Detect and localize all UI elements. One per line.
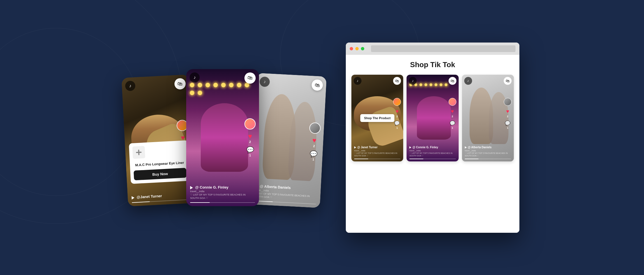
mini-card-1-actions: ♥ 2 💬 1 — [393, 98, 401, 129]
like-count-card3: 2 — [313, 144, 315, 147]
username-card2: @ Connie G. Finley — [195, 185, 228, 189]
mini-comment-icon-2[interactable]: 💬 — [450, 121, 455, 126]
phone-card-1: ♪ 🛍 ♥ 2 💬 1 — [122, 74, 195, 206]
mini-play-2[interactable] — [409, 146, 411, 149]
mini-light-8 — [445, 83, 447, 86]
mini-light-5 — [430, 83, 432, 86]
mini-avatar-3 — [504, 98, 512, 106]
progress-fill-card1 — [132, 201, 150, 203]
comment-section-card3[interactable]: 💬 1 — [309, 151, 318, 161]
mini-tiktok-icon-1: ♪ — [354, 77, 361, 85]
mini-play-1[interactable] — [354, 146, 356, 149]
card-2-bottom: @ Connie G. Finley travel__india♡ LIST O… — [186, 182, 259, 206]
mini-subtext-1: travel__india♡ LIST OF MY TOP 5 FAVOURIT… — [354, 149, 400, 157]
mini-person2-figure — [417, 96, 451, 140]
lights-row — [190, 83, 255, 95]
like-count-card2: 2 — [249, 140, 251, 144]
heart-icon-card3[interactable]: ♥ — [312, 137, 316, 144]
shop-product-button[interactable]: Shop The Product — [360, 114, 395, 122]
browser-body: Shop Tik Tok ♪ 🛍 Shop The Product — [346, 55, 519, 233]
light-10 — [198, 91, 202, 95]
mini-progress-3 — [465, 159, 511, 159]
browser-window: Shop Tik Tok ♪ 🛍 Shop The Product — [346, 43, 519, 233]
mini-card-3-bottom: @ Alberta Daniels travel__india♡ LIST OF… — [462, 144, 514, 161]
mini-card-2-bottom: @ Connie G. Finley travel__india♡ LIST O… — [407, 144, 458, 161]
product-popup: M.A.C Pro Longwear Eye Liner Buy Now — [129, 140, 190, 184]
mini-comment-section-3[interactable]: 💬 1 — [505, 121, 510, 129]
mini-heart-count-1: 2 — [396, 115, 398, 118]
phones-group: ♪ 🛍 ♥ 2 💬 1 — [125, 69, 323, 206]
browser-dot-red[interactable] — [350, 47, 353, 50]
mini-like-3[interactable]: ♥ 2 — [506, 109, 509, 118]
browser-dot-green[interactable] — [361, 47, 364, 50]
mini-shop-icon-3[interactable]: 🛍 — [504, 77, 512, 85]
mini-like-1[interactable]: ♥ 2 — [396, 109, 399, 118]
card-3-actions: ♥ 2 💬 1 — [308, 122, 321, 161]
card-2-actions: ♥ 2 💬 1 — [244, 118, 256, 157]
buy-now-button[interactable]: Buy Now — [134, 168, 187, 180]
mini-heart-1[interactable]: ♥ — [396, 109, 399, 114]
heart-icon-card1[interactable]: ♥ — [181, 134, 185, 141]
mini-comment-icon-3[interactable]: 💬 — [505, 121, 510, 126]
mini-card-2-actions: ♥ 2 💬 1 — [449, 98, 456, 129]
avatar-card3 — [309, 122, 321, 134]
browser-titlebar — [346, 43, 519, 55]
mini-subtext-3: travel__india♡ LIST OF MY TOP 5 FAVOURIT… — [465, 149, 511, 157]
mini-comment-count-1: 1 — [396, 126, 398, 129]
mini-tiktok-icon-3: ♪ — [464, 77, 472, 85]
mini-lights-row — [409, 83, 456, 86]
mini-tiktok-icon-2: ♪ — [409, 77, 417, 85]
tiktok-symbol-2: ♪ — [193, 75, 196, 80]
mini-subtext-2: travel__india♡ LIST OF MY TOP 5 FAVOURIT… — [409, 149, 456, 157]
shop-icon-card2[interactable]: 🛍 — [244, 72, 256, 84]
mini-progress-fill-3 — [465, 159, 479, 159]
mini-username-1: @ Janet Turner — [357, 146, 377, 149]
mini-card-3: ♪ 🛍 ♥ 2 💬 1 — [462, 75, 514, 161]
light-1 — [190, 83, 194, 87]
comment-count-card2: 1 — [249, 154, 251, 157]
comment-section-card2[interactable]: 💬 1 — [246, 147, 254, 157]
play-icon-card1[interactable] — [132, 196, 135, 199]
mini-avatar-1 — [393, 98, 401, 106]
mini-heart-2[interactable]: ♥ — [451, 109, 454, 114]
mini-cards-grid: ♪ 🛍 Shop The Product ♥ 2 💬 1 — [351, 75, 514, 161]
mini-comment-section-2[interactable]: 💬 1 — [450, 121, 455, 129]
mini-light-6 — [435, 83, 437, 86]
avatar-card2 — [244, 118, 256, 130]
mini-card-3-actions: ♥ 2 💬 1 — [504, 98, 512, 129]
browser-dot-yellow[interactable] — [355, 47, 359, 50]
mini-shop-icon-1[interactable]: 🛍 — [393, 77, 401, 85]
light-4 — [213, 83, 218, 87]
browser-address-bar[interactable] — [371, 45, 515, 52]
play-icon-card2[interactable] — [190, 186, 193, 189]
mini-heart-count-3: 2 — [507, 115, 508, 118]
comment-icon-card3[interactable]: 💬 — [310, 151, 318, 157]
mini-heart-count-2: 2 — [452, 115, 453, 118]
heart-icon-card2[interactable]: ♥ — [248, 133, 252, 140]
mini-card-1-bottom: @ Janet Turner travel__india♡ LIST OF MY… — [351, 144, 403, 161]
mini-play-3[interactable] — [465, 146, 467, 149]
mini-username-3: @ Alberta Daniels — [468, 146, 492, 149]
person2-figure — [201, 103, 248, 172]
mini-shop-icon-2[interactable]: 🛍 — [449, 77, 456, 85]
mini-comment-icon-1[interactable]: 💬 — [394, 121, 400, 126]
mini-comment-count-2: 1 — [452, 126, 453, 129]
tiktok-symbol-3: ♪ — [263, 79, 266, 84]
progress-bar-card1 — [132, 199, 191, 203]
mini-comment-section-1[interactable]: 💬 1 — [394, 121, 400, 129]
mini-heart-3[interactable]: ♥ — [506, 109, 509, 114]
like-section-card2[interactable]: ♥ 2 — [248, 133, 252, 144]
progress-bar-card2 — [190, 202, 255, 203]
product-name: M.A.C Pro Longwear Eye Liner — [133, 161, 186, 168]
like-section-card3[interactable]: ♥ 2 — [312, 137, 316, 148]
mini-card-1: ♪ 🛍 Shop The Product ♥ 2 💬 1 — [351, 75, 403, 161]
mini-progress-1 — [354, 159, 400, 159]
comment-icon-card2[interactable]: 💬 — [246, 147, 254, 153]
mini-comment-count-3: 1 — [507, 126, 508, 129]
mini-progress-fill-2 — [409, 159, 423, 159]
mini-like-2[interactable]: ♥ 2 — [451, 109, 454, 118]
shop-tiktok-title: Shop Tik Tok — [351, 60, 514, 69]
phone-card-2: ♪ 🛍 ♥ 2 💬 1 @ Connie G. Finley — [186, 69, 259, 206]
main-scene: ♪ 🛍 ♥ 2 💬 1 — [0, 0, 644, 275]
comment-count-card3: 1 — [312, 158, 314, 161]
